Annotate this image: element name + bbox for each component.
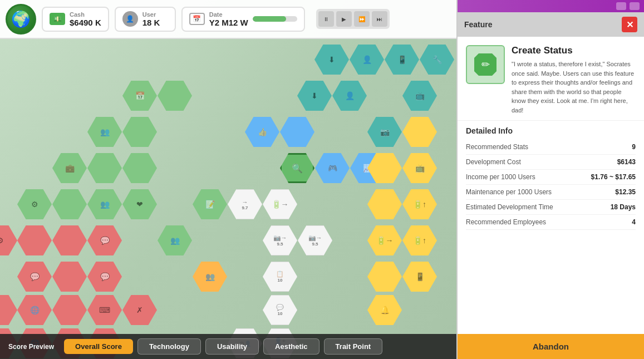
hex-cell[interactable]: ❤ <box>122 189 157 219</box>
hex-node[interactable]: 📋 10 <box>263 262 297 292</box>
hex-cell[interactable] <box>52 295 87 325</box>
user-label: User <box>142 11 160 18</box>
hex-node[interactable]: 📷→ 9.5 <box>298 225 332 255</box>
hex-cell[interactable]: 🔔 <box>367 295 402 325</box>
hex-cell[interactable]: 💬 <box>87 262 122 292</box>
hex-cell[interactable] <box>122 153 157 183</box>
fast-button[interactable]: ⏩ <box>354 11 370 27</box>
score-preview-bar: Score Preview Overall Score Technology U… <box>0 334 456 359</box>
hex-cell[interactable]: 🔋↑ <box>402 225 437 255</box>
hex-cell[interactable] <box>122 117 157 147</box>
hex-cell[interactable]: 📱 <box>402 262 437 292</box>
hex-cell[interactable]: 🎮 <box>315 153 350 183</box>
hex-cell[interactable] <box>367 262 402 292</box>
hex-cell[interactable]: 📺 <box>402 153 437 183</box>
rec-employees-value: 4 <box>632 218 636 226</box>
hex-cell[interactable]: 💼 <box>52 153 87 183</box>
tab-technology[interactable]: Technology <box>137 338 201 355</box>
abandon-button[interactable]: Abandon <box>458 334 644 359</box>
feature-content: ✏ Create Status "I wrote a status, there… <box>458 37 644 359</box>
hex-cell[interactable]: 👤 <box>350 45 384 75</box>
hex-cell[interactable]: 👍 <box>245 117 279 147</box>
hex-cell[interactable]: 📺 <box>402 81 437 111</box>
panel-header: Feature ✕ <box>458 12 644 37</box>
hex-cell[interactable] <box>0 295 17 325</box>
hex-cell[interactable]: 📝 <box>193 189 227 219</box>
hex-cell[interactable]: 👥 <box>158 225 192 255</box>
hex-cell[interactable]: 👥 <box>87 189 122 219</box>
hex-cell[interactable]: 📷 <box>367 117 402 147</box>
hex-cell[interactable]: ✗ <box>122 295 157 325</box>
play-button[interactable]: ▶ <box>336 11 352 27</box>
right-panel: Feature ✕ ✏ Create Status "I wrote a sta… <box>456 0 644 359</box>
user-card: 👤 User 18 K <box>115 7 176 32</box>
hex-cell[interactable]: ⌨ <box>87 295 122 325</box>
hex-cell[interactable]: 🔋↑ <box>402 189 437 219</box>
hex-cell[interactable]: 👤 <box>332 81 367 111</box>
recommended-stats-label: Recommended Stats <box>466 143 528 151</box>
score-preview-label: Score Preview <box>8 343 54 351</box>
hex-cell[interactable] <box>402 117 437 147</box>
hex-cell[interactable]: ⬇ <box>314 45 349 75</box>
hex-cell[interactable] <box>367 189 402 219</box>
tab-overall-score[interactable]: Overall Score <box>64 339 133 354</box>
selected-hex[interactable]: 🔍 <box>280 153 314 183</box>
hex-cell[interactable]: ⬇ <box>297 81 332 111</box>
feature-name: Create Status <box>512 45 636 56</box>
hex-cell[interactable] <box>280 117 314 147</box>
fastest-button[interactable]: ⏭ <box>372 11 387 27</box>
tab-aesthetic[interactable]: Aesthetic <box>263 338 319 355</box>
recommended-stats-value: 9 <box>632 143 636 151</box>
rec-employees-label: Recommended Employees <box>466 218 546 226</box>
hex-cell[interactable]: ⚙ <box>0 225 17 255</box>
hex-cell[interactable]: 📅 <box>122 81 157 111</box>
tab-usability[interactable]: Usability <box>205 338 259 355</box>
hex-cell[interactable]: 💬 <box>87 225 122 255</box>
strip-icon <box>616 2 626 10</box>
date-progress <box>253 16 297 22</box>
user-value: 18 K <box>142 18 160 27</box>
hex-cell[interactable] <box>52 189 87 219</box>
hex-cell[interactable]: 📱 <box>385 45 419 75</box>
hex-cell[interactable] <box>17 225 52 255</box>
header: 🌍 💵 Cash $6490 K 👤 User 18 K 📅 Date Y2 M… <box>0 0 456 39</box>
top-strip <box>458 0 644 12</box>
feature-icon-inner: ✏ <box>474 53 496 76</box>
hex-grid: ⬇ 👤 📱 🔧 📅 ⬇ 👤 📺 👥 👍 📷 💼 🔍 🎮 📈 📺 ⚙ 👥 <box>0 42 456 359</box>
hex-cell[interactable]: 👥 <box>193 262 227 292</box>
info-row-maintenance: Maintenance per 1000 Users $12.35 <box>466 185 636 200</box>
cash-card: 💵 Cash $6490 K <box>42 7 109 32</box>
hex-cell[interactable] <box>158 81 192 111</box>
date-value: Y2 M12 W <box>209 18 248 27</box>
est-dev-time-value: 18 Days <box>611 203 636 211</box>
info-row-rec-employees: Recommended Employees 4 <box>466 215 636 230</box>
close-button[interactable]: ✕ <box>622 17 637 32</box>
est-dev-time-label: Estimated Development Time <box>466 203 553 211</box>
hex-cell[interactable]: 🔧 <box>420 45 454 75</box>
hex-cell[interactable]: 🌐 <box>17 295 52 325</box>
hex-cell[interactable] <box>87 153 122 183</box>
hex-cell[interactable] <box>52 225 87 255</box>
strip-icon <box>630 2 640 10</box>
tab-trait-point[interactable]: Trait Point <box>324 338 383 355</box>
dev-cost-label: Development Cost <box>466 158 521 166</box>
detailed-info-title: Detailed Info <box>466 126 636 135</box>
hex-node[interactable]: 📷→ 9.5 <box>263 225 297 255</box>
feature-header: ✏ Create Status "I wrote a status, there… <box>458 37 644 121</box>
hex-node[interactable]: 💬 10 <box>263 295 297 325</box>
hex-cell[interactable]: 🔋→ <box>367 225 402 255</box>
hex-cell[interactable] <box>52 262 87 292</box>
date-label: Date <box>209 11 248 18</box>
panel-title: Feature <box>464 20 493 29</box>
pause-button[interactable]: ⏸ <box>318 11 334 27</box>
hex-node[interactable]: 🔋→ <box>263 189 297 219</box>
hex-cell[interactable]: ⚙ <box>17 189 52 219</box>
feature-description: "I wrote a status, therefore I exist," S… <box>512 60 636 115</box>
hex-cell[interactable]: 💬 <box>17 262 52 292</box>
feature-icon: ✏ <box>466 45 505 84</box>
globe-icon: 🌍 <box>6 4 36 35</box>
hex-cell[interactable]: 👥 <box>87 117 122 147</box>
user-icon: 👤 <box>122 11 138 27</box>
date-card: 📅 Date Y2 M12 W <box>181 7 305 32</box>
hex-node[interactable]: → 9.7 <box>228 189 262 219</box>
